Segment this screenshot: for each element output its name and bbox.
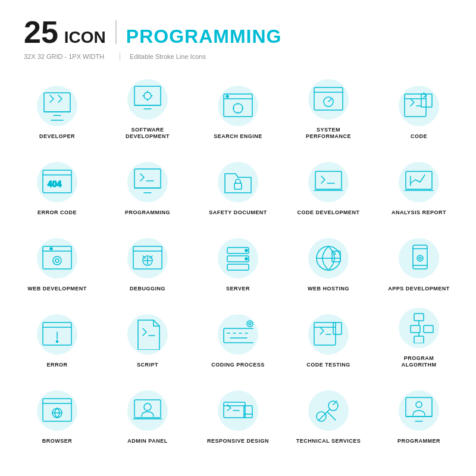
developer-icon: [42, 90, 73, 121]
icon-cell-programmer: PROGRAMMER: [374, 375, 464, 451]
svg-point-88: [144, 403, 151, 411]
icon-wrap-script: [124, 311, 171, 358]
icon-wrap-code: [395, 82, 443, 130]
svg-point-62: [57, 341, 58, 343]
icon-cell-safety-document: SAFETY DOCUMENT: [193, 146, 283, 223]
icon-cell-web-hosting: WEB HOSTING: [283, 223, 374, 299]
icon-wrap-browser: [33, 387, 81, 434]
svg-rect-48: [227, 264, 249, 270]
svg-point-5: [144, 92, 151, 99]
svg-point-57: [417, 255, 423, 261]
icon-wrap-programming: [124, 158, 171, 206]
icon-cell-code-development: CODE DEVELOPMENT: [283, 146, 374, 223]
icon-wrap-debugging: [124, 234, 171, 282]
icon-label-program-algorithm: PROGRAM ALGORITHM: [386, 355, 452, 369]
svg-rect-23: [134, 169, 161, 188]
technical-services-icon: [313, 395, 344, 426]
svg-rect-99: [406, 397, 432, 416]
icon-cell-analysis-report: ANALYSIS REPORT: [374, 146, 464, 223]
program-algorithm-icon: [403, 312, 434, 343]
icon-count: 25: [24, 17, 58, 48]
icon-label-programming: PROGRAMMING: [125, 209, 170, 217]
search-engine-icon: [223, 90, 253, 121]
icon-label-software-development: SOFTWARE DEVELOPMENT: [115, 127, 180, 140]
icon-wrap-code-development: [305, 158, 352, 206]
header-divider: [115, 20, 117, 44]
icon-wrap-safety-document: [214, 158, 262, 206]
error-code-icon: 404: [42, 167, 73, 198]
stroke-spec: Editable Stroke Line Icons: [130, 53, 206, 60]
icon-cell-code: CODE: [374, 70, 464, 146]
code-icon: [403, 90, 434, 121]
icon-label-system-performance: SYSTEM PERFORMANCE: [296, 127, 361, 140]
icon-label-apps-development: APPS DEVELOPMENT: [388, 286, 450, 293]
error-icon: [42, 319, 73, 350]
icon-label-code-development: CODE DEVELOPMENT: [297, 209, 359, 217]
icon-label-technical-services: TECHNICAL SERVICES: [296, 438, 361, 445]
icon-cell-browser: BROWSER: [12, 375, 102, 451]
svg-point-50: [245, 258, 248, 260]
icon-label-web-hosting: WEB HOSTING: [308, 286, 349, 293]
svg-point-100: [416, 402, 422, 408]
icon-wrap-apps-development: [395, 234, 443, 282]
icon-wrap-search-engine: [214, 82, 262, 130]
icon-wrap-technical-services: [305, 387, 352, 434]
svg-line-94: [319, 409, 330, 420]
icon-wrap-code-testing: [305, 311, 352, 358]
svg-rect-28: [315, 171, 342, 189]
svg-rect-64: [224, 328, 253, 343]
icon-cell-script: SCRIPT: [102, 299, 193, 375]
svg-line-97: [327, 412, 336, 420]
svg-point-10: [226, 95, 228, 98]
icon-cell-admin-panel: ADMIN PANEL: [102, 375, 193, 451]
svg-rect-34: [43, 246, 71, 269]
icon-label-analysis-report: ANALYSIS REPORT: [392, 209, 446, 217]
icon-label-error: ERROR: [46, 362, 67, 369]
icon-cell-web-development: WEB DEVELOPMENT: [12, 223, 102, 299]
icon-label-programmer: PROGRAMMER: [397, 438, 440, 445]
svg-rect-78: [411, 325, 420, 333]
icon-cell-coding-process: CODING PROCESS: [193, 299, 283, 375]
icon-label-developer: DEVELOPER: [39, 133, 75, 140]
icon-cell-code-testing: CODE TESTING: [283, 299, 374, 375]
svg-text:404: 404: [48, 179, 62, 189]
script-icon: [132, 319, 163, 350]
icon-wrap-responsive-design: [214, 387, 262, 434]
icon-label-responsive-design: RESPONSIVE DESIGN: [207, 438, 269, 445]
programmer-icon: [403, 395, 434, 426]
analysis-report-icon: [403, 167, 434, 198]
icon-label-admin-panel: ADMIN PANEL: [127, 438, 167, 445]
icon-cell-software-development: SOFTWARE DEVELOPMENT: [102, 70, 193, 146]
icon-wrap-server: [214, 234, 262, 282]
icon-label-code: CODE: [411, 133, 427, 140]
icon-label-coding-process: CODING PROCESS: [211, 362, 265, 369]
software-development-icon: [132, 84, 163, 115]
icon-wrap-developer: [33, 82, 81, 130]
programming-icon: [132, 167, 163, 198]
admin-panel-icon: [132, 395, 163, 426]
icon-label-code-testing: CODE TESTING: [306, 362, 350, 369]
icon-label-server: SERVER: [226, 286, 250, 293]
header-section: 25 ICON PROGRAMMING 32X 32 GRID - 1PX WI…: [0, 0, 476, 70]
icon-wrap-software-development: [124, 76, 171, 123]
code-testing-icon: [313, 319, 344, 350]
icon-wrap-programmer: [395, 387, 443, 434]
svg-rect-79: [424, 325, 433, 333]
apps-development-icon: [403, 243, 434, 274]
icon-cell-system-performance: SYSTEM PERFORMANCE: [283, 70, 374, 146]
icon-wrap-analysis-report: [395, 158, 443, 206]
icon-cell-program-algorithm: PROGRAM ALGORITHM: [374, 299, 464, 375]
svg-rect-27: [234, 183, 242, 189]
icon-label-search-engine: SEARCH ENGINE: [214, 133, 262, 140]
svg-rect-72: [314, 322, 336, 345]
icon-cell-debugging: DEBUGGING: [102, 223, 193, 299]
svg-point-37: [53, 256, 61, 265]
page-title: PROGRAMMING: [126, 26, 282, 48]
icon-cell-technical-services: TECHNICAL SERVICES: [283, 375, 374, 451]
svg-rect-75: [333, 322, 342, 334]
icon-wrap-web-hosting: [305, 234, 352, 282]
server-icon: [223, 243, 253, 274]
subtitle-divider: [120, 52, 120, 61]
icon-wrap-system-performance: [305, 76, 352, 123]
browser-icon: [42, 395, 73, 426]
